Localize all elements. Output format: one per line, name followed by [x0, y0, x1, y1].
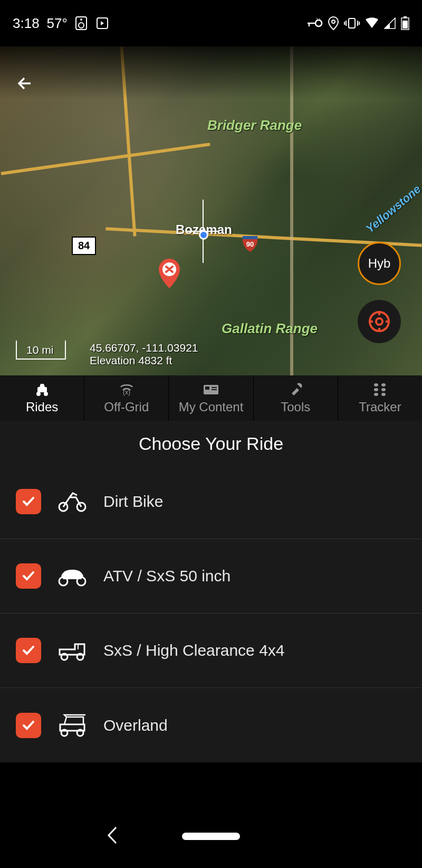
ride-item-atv[interactable]: ATV / SxS 50 inch [0, 539, 422, 614]
checkbox[interactable] [16, 489, 41, 514]
map-type-button[interactable]: Hyb [358, 242, 401, 285]
status-bar: 3:18 57° G [0, 0, 422, 46]
tracker-icon [372, 382, 388, 398]
svg-text:90: 90 [246, 240, 254, 248]
tools-icon [287, 382, 303, 398]
svg-point-36 [381, 388, 386, 391]
tab-offgrid[interactable]: (x) Off-Grid [84, 375, 169, 421]
sxs-icon [57, 640, 88, 661]
tab-bar: Rides (x) Off-Grid My Content Tools Trac… [0, 375, 422, 421]
svg-point-34 [381, 383, 386, 386]
svg-rect-25 [37, 387, 47, 392]
svg-point-26 [36, 392, 41, 396]
ride-label: Dirt Bike [103, 493, 163, 511]
recenter-button[interactable] [358, 300, 401, 343]
map-pin-icon[interactable] [157, 258, 181, 291]
coordinates-display: 45.66707, -111.03921 Elevation 4832 ft [90, 342, 198, 367]
svg-point-35 [374, 388, 378, 391]
map-label-gallatin: Gallatin Range [222, 321, 318, 336]
atv-icon [57, 565, 88, 587]
svg-point-2 [80, 18, 82, 21]
checkbox[interactable] [16, 638, 41, 663]
status-time: 3:18 [13, 15, 40, 32]
rides-icon [33, 382, 51, 398]
tab-tools[interactable]: Tools [254, 375, 338, 421]
vibrate-icon [344, 17, 360, 30]
offgrid-icon: (x) [118, 382, 136, 398]
ride-list: Dirt Bike ATV / SxS 50 inch SxS / High C… [0, 465, 422, 762]
wifi-icon [365, 17, 379, 29]
svg-point-37 [374, 393, 378, 396]
signal-icon [384, 17, 396, 29]
key-icon: G [306, 18, 323, 29]
svg-rect-16 [402, 21, 408, 29]
svg-point-20 [376, 318, 382, 325]
svg-point-27 [44, 392, 48, 396]
svg-text:G: G [316, 18, 320, 21]
svg-point-38 [381, 393, 386, 396]
system-nav-bar [0, 805, 422, 868]
mycontent-icon [202, 382, 220, 398]
map-label-bridger: Bridger Range [207, 118, 302, 133]
ride-label: SxS / High Clearance 4x4 [103, 641, 285, 659]
location-icon [328, 16, 339, 30]
tab-tracker[interactable]: Tracker [338, 375, 422, 421]
ride-item-overland[interactable]: Overland [0, 688, 422, 762]
svg-point-8 [332, 20, 335, 23]
dirtbike-icon [57, 491, 88, 512]
route-shield: 84 [72, 237, 96, 255]
phone-sync-icon [95, 16, 110, 31]
user-location-dot [199, 230, 208, 240]
system-back-button[interactable] [106, 825, 118, 847]
svg-text:(x): (x) [123, 389, 130, 396]
battery-icon [401, 16, 409, 30]
map-view[interactable]: Bridger Range Gallatin Range Yellowstone… [0, 46, 422, 375]
svg-rect-30 [205, 386, 209, 390]
tab-rides[interactable]: Rides [0, 375, 84, 421]
ride-label: ATV / SxS 50 inch [103, 567, 231, 585]
ride-label: Overland [103, 716, 168, 734]
status-temp: 57° [47, 15, 68, 32]
svg-rect-9 [349, 18, 355, 28]
tab-mycontent[interactable]: My Content [169, 375, 253, 421]
back-button[interactable] [15, 73, 36, 96]
ride-item-dirtbike[interactable]: Dirt Bike [0, 465, 422, 539]
scale-bar: 10 mi [16, 341, 66, 360]
checkbox[interactable] [16, 713, 41, 738]
speaker-icon [75, 16, 88, 31]
home-indicator[interactable] [182, 833, 240, 840]
ride-item-sxs[interactable]: SxS / High Clearance 4x4 [0, 614, 422, 688]
checkbox[interactable] [16, 563, 41, 589]
interstate-shield-icon: 90 [241, 234, 260, 253]
svg-point-1 [79, 23, 84, 28]
overland-icon [57, 715, 88, 736]
section-title: Choose Your Ride [0, 421, 422, 465]
svg-point-33 [374, 383, 378, 386]
